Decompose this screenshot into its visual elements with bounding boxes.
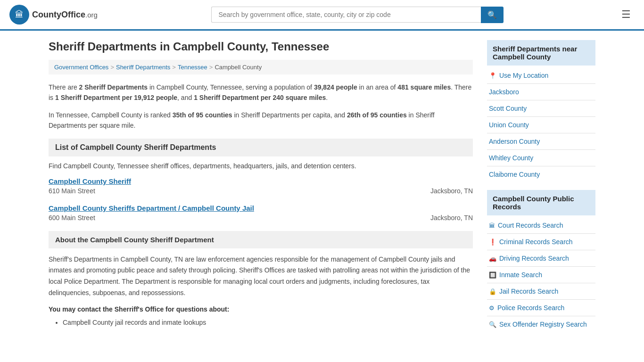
bullet-item-1: Campbell County jail records and inmate … (63, 317, 473, 329)
page-title: Sheriff Departments in Campbell County, … (49, 40, 473, 53)
breadcrumb-current: Campbell County (215, 64, 262, 71)
description-p1: There are 2 Sheriff Departments in Campb… (49, 82, 473, 103)
sidebar-link-driving-records[interactable]: 🚗 Driving Records Search (487, 252, 595, 264)
description-p2: In Tennessee, Campbell County is ranked … (49, 110, 473, 131)
office-entry-1: Campbell County Sheriff 610 Main Street … (49, 177, 473, 195)
office-entry-2: Campbell County Sheriffs Department / Ca… (49, 204, 473, 222)
sidebar-divider (487, 233, 595, 234)
sidebar-divider (487, 316, 595, 316)
sidebar-divider (487, 250, 595, 250)
sidebar-nearby-section: Sheriff Departments near Campbell County… (487, 40, 595, 181)
office-city-2: Jacksboro, TN (430, 214, 473, 222)
sidebar-divider (487, 133, 595, 133)
logo-text: CountyOffice.org (32, 10, 98, 20)
logo-area: 🏛 CountyOffice.org (9, 5, 98, 25)
registry-icon: 🔍 (489, 321, 496, 328)
logo-icon: 🏛 (9, 5, 29, 25)
office-city-1: Jacksboro, TN (430, 187, 473, 195)
bullet-list: Campbell County jail records and inmate … (49, 317, 473, 329)
inmate-icon: 🔲 (489, 272, 496, 279)
search-input[interactable] (211, 7, 481, 23)
location-icon: 📍 (489, 72, 496, 79)
office-name-1[interactable]: Campbell County Sheriff (49, 177, 473, 185)
jail-icon: 🔒 (489, 288, 496, 295)
sidebar-divider (487, 100, 595, 100)
sidebar-link-criminal-records[interactable]: ❗ Criminal Records Search (487, 236, 595, 248)
breadcrumb-link-gov[interactable]: Government Offices (54, 64, 108, 71)
office-address-2: 600 Main Street (49, 214, 95, 222)
criminal-icon: ❗ (489, 239, 496, 246)
contact-title: You may contact the Sherriff's Office fo… (49, 305, 473, 313)
sidebar-records-section: Campbell County Public Records 🏛 Court R… (487, 190, 595, 330)
site-header: 🏛 CountyOffice.org 🔍 ☰ (0, 0, 644, 31)
about-section-header: About the Campbell County Sheriff Depart… (49, 231, 473, 248)
sidebar-divider (487, 299, 595, 300)
sidebar-nearby-header: Sheriff Departments near Campbell County (487, 40, 595, 66)
sidebar-divider (487, 166, 595, 166)
sidebar-link-union-county[interactable]: Union County (487, 119, 595, 131)
sidebar-link-scott-county[interactable]: Scott County (487, 102, 595, 115)
police-icon: ⚙ (489, 304, 495, 312)
sidebar-divider (487, 283, 595, 283)
sidebar-link-whitley-county[interactable]: Whitley County (487, 152, 595, 164)
sidebar-link-sex-offender[interactable]: 🔍 Sex Offender Registry Search (487, 318, 595, 330)
sidebar-link-jacksboro[interactable]: Jacksboro (487, 86, 595, 98)
sidebar-records-header: Campbell County Public Records (487, 190, 595, 215)
sidebar-link-police-records[interactable]: ⚙ Police Records Search (487, 302, 595, 314)
list-section-header: List of Campbell County Sheriff Departme… (49, 139, 473, 156)
office-address-1: 610 Main Street (49, 187, 95, 195)
sidebar-divider (487, 116, 595, 117)
sidebar-link-claiborne-county[interactable]: Claiborne County (487, 168, 595, 181)
breadcrumb-link-sheriff[interactable]: Sheriff Departments (116, 64, 170, 71)
sidebar: Sheriff Departments near Campbell County… (487, 40, 595, 340)
search-area: 🔍 (211, 7, 504, 23)
menu-button[interactable]: ☰ (618, 7, 635, 23)
sidebar-link-court-records[interactable]: 🏛 Court Records Search (487, 219, 595, 231)
main-content: Sheriff Departments in Campbell County, … (49, 40, 473, 340)
driving-icon: 🚗 (489, 255, 496, 262)
sidebar-link-jail-records[interactable]: 🔒 Jail Records Search (487, 285, 595, 297)
breadcrumb: Government Offices > Sheriff Departments… (49, 60, 473, 74)
sidebar-divider (487, 83, 595, 84)
sidebar-link-use-location[interactable]: 📍 Use My Location (487, 69, 595, 82)
list-section-subtext: Find Campbell County, Tennessee sheriff … (49, 162, 473, 170)
court-icon: 🏛 (489, 222, 495, 229)
search-button[interactable]: 🔍 (481, 7, 504, 23)
sidebar-divider (487, 149, 595, 150)
about-text: Sheriff's Departments in Campbell County… (49, 254, 473, 299)
sidebar-link-inmate-search[interactable]: 🔲 Inmate Search (487, 269, 595, 281)
breadcrumb-link-state[interactable]: Tennessee (178, 64, 207, 71)
office-name-2[interactable]: Campbell County Sheriffs Department / Ca… (49, 204, 473, 212)
sidebar-divider (487, 266, 595, 267)
sidebar-link-anderson-county[interactable]: Anderson County (487, 135, 595, 148)
